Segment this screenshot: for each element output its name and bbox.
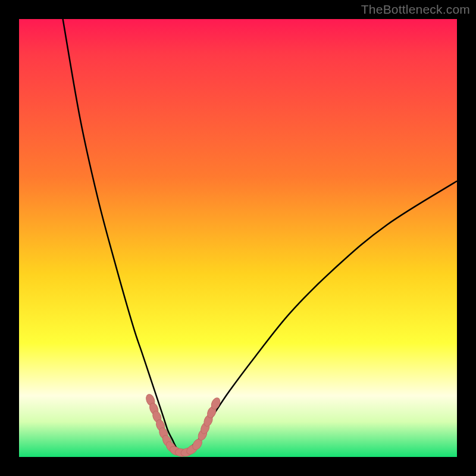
- bottleneck-curve: [63, 19, 457, 453]
- chart-frame: TheBottleneck.com: [0, 0, 476, 476]
- watermark-text: TheBottleneck.com: [361, 2, 470, 17]
- highlight-markers: [145, 393, 221, 458]
- curve-layer: [19, 19, 457, 457]
